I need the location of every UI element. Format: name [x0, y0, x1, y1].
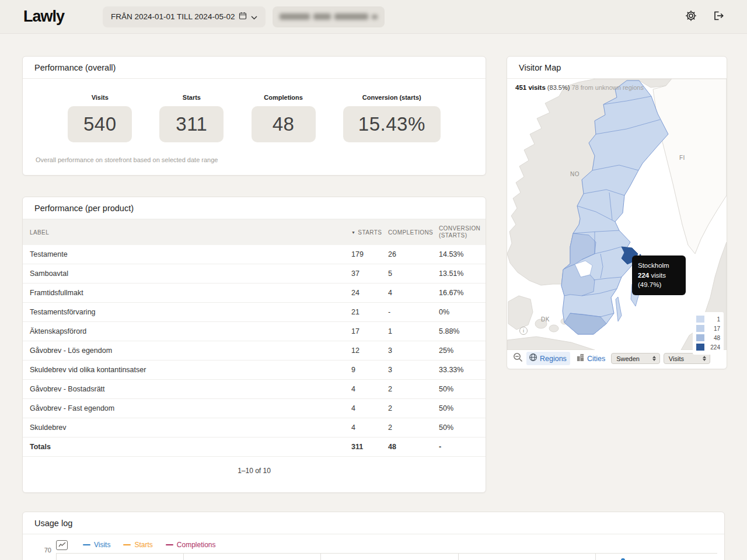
cell-label: Gåvobrev - Fast egendom: [23, 404, 351, 412]
cell-label: Äktenskapsförord: [23, 327, 351, 335]
y-axis-tick: 70: [27, 547, 51, 554]
finland-shape: [653, 79, 727, 254]
chart-icon[interactable]: [56, 540, 68, 550]
cell-completions: 3: [388, 366, 439, 374]
regions-link[interactable]: Regions: [540, 355, 567, 363]
info-icon[interactable]: i: [519, 327, 528, 335]
map-canvas[interactable]: 451 visits (83.5%) 78 from unknown regio…: [507, 79, 727, 350]
tooltip-region: Stockholm: [638, 261, 680, 271]
redacted-text: [313, 13, 331, 20]
cell-starts: 179: [351, 250, 388, 258]
legend-visits[interactable]: Visits: [83, 541, 110, 549]
overall-caption: Overall performance on storefront based …: [23, 142, 486, 163]
table-row[interactable]: Äktenskapsförord 17 1 5.88%: [23, 322, 486, 341]
sweden-choropleth-map[interactable]: [507, 79, 727, 350]
cell-label: Totals: [23, 443, 351, 451]
cell-label: Framtidsfullmakt: [23, 289, 351, 297]
legend-completions[interactable]: Completions: [166, 541, 216, 549]
cell-starts: 12: [351, 346, 388, 355]
stat-label: Visits: [92, 94, 109, 101]
usage-chart-plot[interactable]: [56, 553, 717, 560]
cell-completions: 48: [388, 443, 439, 451]
legend-item: 1: [696, 314, 720, 324]
cell-completions: 4: [388, 289, 439, 297]
cell-conversion: 0%: [439, 308, 486, 316]
cell-starts: 24: [351, 289, 388, 297]
island-oland: [616, 297, 622, 321]
table-row[interactable]: Gåvobrev - Fast egendom 4 2 50%: [23, 399, 486, 418]
cell-starts: 21: [351, 308, 388, 316]
col-starts[interactable]: ▼STARTS: [351, 229, 388, 236]
cell-conversion: -: [439, 443, 486, 451]
date-range-selector[interactable]: FRÅN 2024-01-01 TILL 2024-05-02: [103, 6, 266, 27]
metric-select-value: Visits: [669, 355, 684, 362]
logout-icon: [712, 10, 724, 24]
stat-value-box: 15.43%: [343, 106, 441, 142]
cell-completions: 2: [388, 404, 439, 412]
cell-label: Testamente: [23, 250, 351, 258]
cell-starts: 37: [351, 270, 388, 278]
cell-label: Skuldebrev vid olika kontantinsatser: [23, 366, 351, 374]
col-label[interactable]: LABEL: [23, 229, 351, 236]
regions-toggle[interactable]: Regions: [526, 352, 570, 365]
visits-dash-icon: [83, 544, 90, 546]
cell-conversion: 5.88%: [439, 327, 486, 335]
logout-button[interactable]: [710, 9, 726, 25]
table-row[interactable]: Testamente 179 26 14.53%: [23, 245, 486, 264]
table-row[interactable]: Gåvobrev - Bostadsrätt 4 2 50%: [23, 380, 486, 399]
overall-stats: Visits 540 Starts 311 Completions: [23, 79, 486, 142]
table-row[interactable]: Skuldebrev 4 2 50%: [23, 418, 486, 438]
performance-overall-card: Performance (overall) Visits 540 Starts …: [22, 56, 486, 176]
stat-value: 15.43%: [358, 113, 425, 135]
col-completions[interactable]: COMPLETIONS: [388, 229, 439, 236]
starts-dash-icon: [123, 544, 131, 546]
cell-conversion: 25%: [439, 346, 486, 355]
stat-label: Conversion (starts): [362, 94, 421, 101]
legend-starts[interactable]: Starts: [123, 541, 152, 549]
zoom-out-icon[interactable]: [513, 352, 523, 365]
legend-swatch: [696, 334, 704, 341]
map-summary: 451 visits (83.5%) 78 from unknown regio…: [515, 84, 644, 91]
cell-label: Skuldebrev: [23, 424, 351, 432]
pagination[interactable]: 1–10 of 10: [23, 457, 486, 475]
globe-icon: [529, 353, 537, 364]
cell-conversion: 50%: [439, 385, 486, 393]
legend-value: 17: [707, 326, 720, 332]
cell-label: Gåvobrev - Bostadsrätt: [23, 385, 351, 393]
country-select[interactable]: Sweden: [611, 353, 660, 364]
label-denmark: DK: [541, 316, 550, 323]
stat-value: 311: [176, 113, 207, 135]
cities-link[interactable]: Cities: [587, 355, 605, 363]
table-row[interactable]: Framtidsfullmakt 24 4 16.67%: [23, 284, 486, 303]
legend-label: Visits: [94, 541, 110, 549]
cell-completions: 3: [388, 346, 439, 355]
cell-conversion: 16.67%: [439, 289, 486, 297]
usage-log-title: Usage log: [34, 519, 72, 528]
table-row[interactable]: Testamentsförvaring 21 - 0%: [23, 303, 486, 322]
date-range-text: FRÅN 2024-01-01 TILL 2024-05-02: [111, 12, 235, 21]
legend-swatch: [696, 316, 704, 323]
select-stepper-icon: [652, 356, 656, 361]
legend-swatch: [696, 325, 704, 332]
settings-button[interactable]: [683, 9, 699, 25]
cell-completions: 2: [388, 424, 439, 432]
stat-completions: Completions 48: [252, 94, 316, 142]
redacted-dropdown[interactable]: [273, 6, 385, 27]
legend-label: Starts: [134, 541, 152, 549]
legend-value: 48: [707, 335, 720, 341]
table-row[interactable]: Gåvobrev - Lös egendom 12 3 25%: [23, 341, 486, 360]
cell-conversion: 50%: [439, 404, 486, 412]
tooltip-percent: (49.7%): [638, 280, 680, 290]
per-product-card-title: Performance (per product): [34, 204, 134, 213]
chevron-down-icon: [251, 12, 257, 22]
cell-label: Gåvobrev - Lös egendom: [23, 346, 351, 355]
table-row[interactable]: Samboavtal 37 5 13.51%: [23, 264, 486, 284]
redacted-text: [334, 13, 368, 20]
buildings-icon: [576, 354, 585, 364]
table-row[interactable]: Skuldebrev vid olika kontantinsatser 9 3…: [23, 360, 486, 380]
cell-completions: 5: [388, 270, 439, 278]
usage-log-card: Usage log 70 Visits Starts Completions: [22, 512, 725, 560]
col-conversion[interactable]: CONVERSION(STARTS): [439, 225, 486, 240]
cities-toggle[interactable]: Cities: [574, 352, 608, 365]
select-stepper-icon: [703, 356, 706, 361]
